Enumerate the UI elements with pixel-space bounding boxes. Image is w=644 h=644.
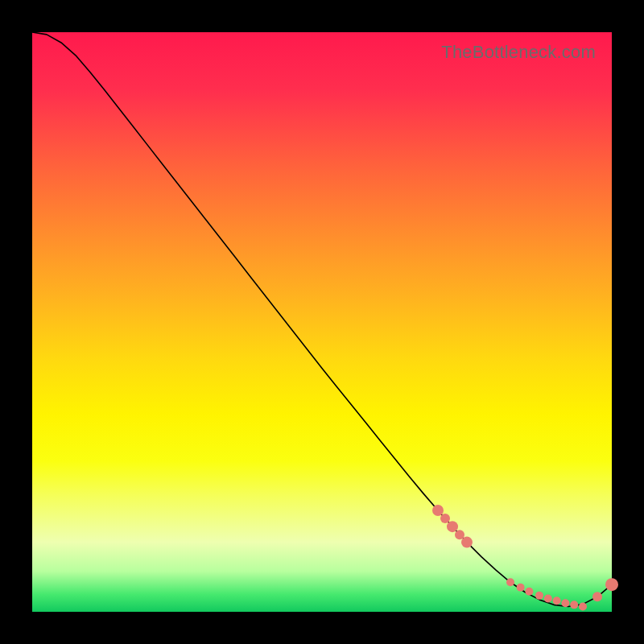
data-marker — [461, 537, 473, 548]
chart-overlay — [32, 32, 612, 612]
data-marker — [561, 599, 569, 607]
data-marker — [592, 592, 602, 601]
data-marker — [447, 521, 458, 532]
plot-area: TheBottleneck.com — [32, 32, 612, 612]
chart-frame: TheBottleneck.com — [0, 0, 644, 644]
data-marker — [432, 505, 444, 516]
bottleneck-curve — [32, 32, 612, 607]
data-marker — [605, 578, 618, 591]
data-marker — [579, 603, 587, 611]
data-markers — [432, 505, 618, 611]
data-marker — [553, 597, 561, 605]
data-marker — [525, 588, 533, 596]
data-marker — [570, 601, 578, 609]
data-marker — [517, 584, 525, 592]
data-marker — [535, 592, 543, 600]
data-marker — [544, 594, 552, 602]
data-marker — [440, 514, 450, 523]
data-marker — [455, 530, 464, 539]
data-marker — [506, 578, 514, 586]
